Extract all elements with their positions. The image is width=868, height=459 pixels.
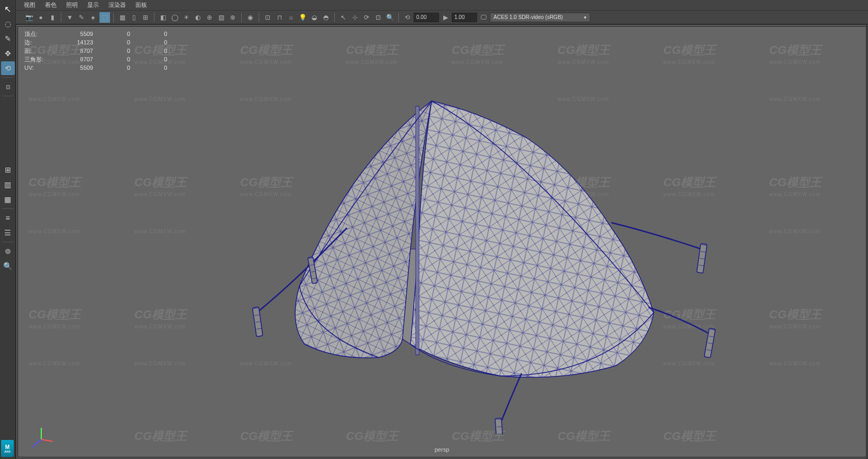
hud-tris-v2: 0 bbox=[93, 56, 130, 62]
menu-panels[interactable]: 面板 bbox=[135, 1, 147, 9]
hud-row: 顶点: 5509 0 0 bbox=[24, 30, 167, 38]
menu-bar: 视图 着色 照明 显示 渲染器 面板 bbox=[0, 0, 868, 11]
hud-tris-label: 三角形: bbox=[24, 56, 56, 63]
panel-split-icon[interactable]: ▯ bbox=[129, 12, 139, 23]
badge-m: M bbox=[5, 444, 10, 450]
tent-model bbox=[151, 64, 733, 434]
hud-edges-label: 边: bbox=[24, 39, 56, 47]
menu-shading[interactable]: 着色 bbox=[45, 1, 57, 9]
colorspace-value: ACES 1.0 SDR-video (sRGB) bbox=[494, 14, 563, 20]
scale-tool[interactable]: ⊡ bbox=[1, 80, 15, 94]
hud-row: 面: 8707 0 0 bbox=[24, 47, 167, 55]
axis-gizmo bbox=[28, 421, 54, 447]
mesh-icon[interactable]: ⊕ bbox=[204, 12, 215, 23]
svg-rect-0 bbox=[416, 106, 419, 355]
divider bbox=[259, 13, 259, 22]
wireframe-icon[interactable]: ⬚ bbox=[99, 12, 110, 23]
hud-tris-v3: 0 bbox=[130, 56, 167, 62]
hud-tris-v1: 8707 bbox=[56, 56, 93, 62]
spot-icon[interactable]: ◒ bbox=[309, 12, 319, 23]
snap-icon[interactable]: ⊡ bbox=[262, 12, 273, 23]
camera-icon[interactable]: 📷 bbox=[24, 12, 34, 23]
pointer-icon[interactable]: ↖ bbox=[338, 12, 349, 23]
divider bbox=[2, 208, 14, 209]
hud-verts-v2: 0 bbox=[93, 31, 130, 37]
camera-label: persp bbox=[435, 446, 450, 453]
xray-icon[interactable]: ⊗ bbox=[227, 12, 238, 23]
lasso-tool[interactable]: ◌ bbox=[1, 17, 15, 31]
hud-uv-v1: 5509 bbox=[56, 65, 93, 71]
toolbar: 📷 ● ▮ ▼ ✎ ♠ ⬚ ▦ ▯ ⊞ ◧ ◯ ☀ ◐ ⊕ ▨ ⊗ ◉ ⊡ ⊓ … bbox=[0, 11, 868, 24]
speed-input[interactable] bbox=[414, 13, 439, 22]
colorspace-dropdown[interactable]: ACES 1.0 SDR-video (sRGB) bbox=[490, 13, 590, 22]
move-tool[interactable]: ✥ bbox=[1, 47, 15, 60]
left-toolbar: ↖ ◌ ✎ ✥ ⟲ ⊡ ⊞ ▥ ▦ ≡ ☰ ⊚ 🔍 M AYA bbox=[0, 0, 16, 459]
zoom-icon[interactable]: 🔍 bbox=[385, 12, 395, 23]
options-icon[interactable]: ☰ bbox=[1, 226, 15, 240]
divider bbox=[334, 13, 335, 22]
monitor-icon[interactable]: 🖵 bbox=[478, 12, 489, 23]
hud-uv-label: UV: bbox=[24, 65, 56, 71]
sphere-icon[interactable]: ◯ bbox=[169, 12, 180, 23]
hud-faces-v1: 8707 bbox=[56, 48, 93, 54]
viewport-inner: 顶点: 5509 0 0 边: 14123 0 0 面: 8707 0 0 三角… bbox=[17, 26, 866, 457]
pick-icon[interactable]: ▼ bbox=[65, 12, 75, 23]
hud-verts-v3: 0 bbox=[130, 31, 167, 37]
hud-stats: 顶点: 5509 0 0 边: 14123 0 0 面: 8707 0 0 三角… bbox=[24, 30, 167, 72]
axis-z bbox=[32, 439, 42, 447]
hud-row: UV: 5509 0 0 bbox=[24, 63, 167, 72]
select-tool[interactable]: ↖ bbox=[1, 2, 15, 16]
magnet-icon[interactable]: ⊓ bbox=[274, 12, 285, 23]
brush-tool[interactable]: ✎ bbox=[1, 32, 15, 45]
hud-faces-label: 面: bbox=[24, 47, 56, 55]
bookmark-icon[interactable]: ▮ bbox=[47, 12, 58, 23]
badge-aya: AYA bbox=[4, 450, 11, 453]
list-icon[interactable]: ≡ bbox=[1, 211, 15, 225]
divider bbox=[398, 13, 399, 22]
maya-badge: M AYA bbox=[1, 440, 14, 457]
hud-faces-v2: 0 bbox=[93, 48, 130, 54]
panel-quad-icon[interactable]: ⊞ bbox=[140, 12, 151, 23]
hud-faces-v3: 0 bbox=[130, 48, 167, 54]
texture-icon[interactable]: ▨ bbox=[216, 12, 226, 23]
isolate-icon[interactable]: ◉ bbox=[245, 12, 255, 23]
hud-uv-v2: 0 bbox=[93, 65, 130, 71]
hud-edges-v2: 0 bbox=[93, 39, 130, 45]
divider bbox=[61, 13, 61, 22]
scale-manip-icon[interactable]: ⊡ bbox=[373, 12, 383, 23]
rotate-manip-icon[interactable]: ⟳ bbox=[361, 12, 372, 23]
search-icon[interactable]: 🔍 bbox=[1, 259, 15, 273]
menu-lighting[interactable]: 照明 bbox=[66, 1, 78, 9]
sun-icon[interactable]: ☼ bbox=[286, 12, 296, 23]
divider bbox=[2, 77, 14, 78]
move-manip-icon[interactable]: ⊹ bbox=[350, 12, 360, 23]
brush-icon[interactable]: ✎ bbox=[76, 12, 87, 23]
shadow-icon[interactable]: ◐ bbox=[193, 12, 203, 23]
play-icon[interactable]: ▶ bbox=[440, 12, 451, 23]
menu-renderer[interactable]: 渲染器 bbox=[108, 1, 126, 9]
record-icon[interactable]: ● bbox=[35, 12, 46, 23]
divider bbox=[154, 13, 154, 22]
layout-icon[interactable]: ▦ bbox=[1, 192, 15, 206]
right-edge bbox=[866, 24, 868, 459]
settings-icon[interactable]: ⊚ bbox=[1, 244, 15, 258]
grid-icon[interactable]: ⊞ bbox=[1, 163, 15, 177]
svg-rect-3 bbox=[252, 307, 263, 336]
grid-view-icon[interactable]: ▦ bbox=[117, 12, 127, 23]
hud-row: 边: 14123 0 0 bbox=[24, 38, 167, 47]
menu-show[interactable]: 显示 bbox=[87, 1, 99, 9]
hud-verts-v1: 5509 bbox=[56, 31, 93, 37]
fill-icon[interactable]: ♠ bbox=[88, 12, 98, 23]
rotate-tool[interactable]: ⟲ bbox=[1, 61, 15, 75]
cube-icon[interactable]: ◧ bbox=[158, 12, 168, 23]
light-icon[interactable]: ☀ bbox=[181, 12, 191, 23]
axis-y bbox=[41, 428, 42, 439]
viewport[interactable]: 顶点: 5509 0 0 边: 14123 0 0 面: 8707 0 0 三角… bbox=[16, 24, 868, 459]
refresh-icon[interactable]: ⟲ bbox=[402, 12, 413, 23]
scale-input[interactable] bbox=[452, 13, 477, 22]
bulb-icon[interactable]: 💡 bbox=[297, 12, 308, 23]
hud-row: 三角形: 8707 0 0 bbox=[24, 55, 167, 63]
shading-icon[interactable]: ◓ bbox=[321, 12, 331, 23]
menu-view[interactable]: 视图 bbox=[24, 1, 35, 9]
panel-icon[interactable]: ▥ bbox=[1, 178, 15, 191]
